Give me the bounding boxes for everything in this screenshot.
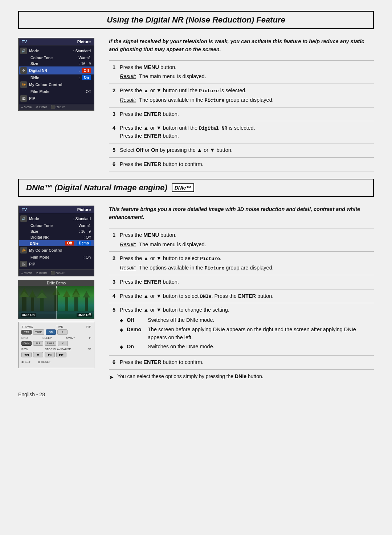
result-1-1: Result: The main menu is displayed. [120,73,372,81]
section1-steps: 1 Press the MENU button. Result: The mai… [109,60,374,172]
step-1-6: 6 Press the ENTER button to confirm. [109,157,374,171]
dnie-on-label: DNIe On [21,313,36,317]
tv-icon-digitalnr: ⊙ [20,67,27,74]
tv-menu-2-row-size: Size : 16 : 9 [19,228,94,234]
tv-menu-2-body: 🔊 Mode : Standard Colour Tone : Warm1 Si… [19,213,94,269]
result-1-2: Result: The options available in the Pic… [120,96,372,104]
tv-menu-row-filmmode: Film Mode : Off [19,89,94,94]
result-2-2: Result: The options available in the Pic… [120,264,372,272]
step-2-4: 4 Press the ▲ or ▼ button to select DNIe… [109,289,374,303]
remote-btn-rew: ◀◀ [21,352,32,357]
section2-steps: 1 Press the MENU button. Result: The mai… [109,228,374,370]
step-2-5: 5 Press the ▲ or ▼ button to change the … [109,303,374,356]
remote-btn-time: TIME [33,329,44,335]
tv-menu-row-mode: 🔊 Mode : Standard [19,47,94,55]
step-2-1: 1 Press the MENU button. Result: The mai… [109,228,374,252]
picture-label-2: Picture [77,207,91,212]
step-2-6: 6 Press the ENTER button to confirm. [109,356,374,370]
tv-menu-2-row-mycolour: 🔆 My Colour Control [19,246,94,254]
step-1-2: 2 Press the ▲ or ▼ button until the Pict… [109,84,374,108]
svg-marker-4 [29,291,36,298]
bullet-demo: ◆ Demo The screen before applying DNIe a… [120,326,372,342]
remote-btn-ff: ▶▶ [56,352,66,357]
page-footer: English - 28 [18,392,374,397]
tv-menu-2: TV Picture 🔊 Mode : Standard Colour Tone… [18,206,94,276]
dnie-demo-header: DNIe Demo [19,280,94,286]
tv-icon-mycolour: 🔆 [20,81,27,88]
page-number: English - 28 [18,392,45,397]
tv-menu-1: TV Picture 🔊 Mode : Standard Colour Tone… [18,38,94,111]
remote-btn-ch-down: ∨ [58,341,68,346]
section1-intro: If the signal received by your televisio… [109,38,374,54]
step-1-3: 3 Press the ENTER button. [109,107,374,121]
step-2-2: 2 Press the ▲ or ▼ button to select Pict… [109,252,374,275]
remote-dnie-labels: DNIe SLEEP SWAP P [21,336,91,340]
section2-content: TV Picture 🔊 Mode : Standard Colour Tone… [18,206,374,381]
dnie-demo-box: DNIe Demo [18,280,94,319]
svg-marker-16 [83,291,90,298]
remote-btn-stop: ■ [33,352,43,357]
tv-menu-2-row-dnie: DNIe Off Demo [19,240,94,246]
remote-btn-sleep: SLP [33,341,43,346]
tv-menu-1-body: 🔊 Mode : Standard Colour Tone : Warm1 Si… [19,45,94,104]
section2-header: DNIe™ (Digital Natural Image engine) DNI… [18,179,374,197]
tv-menu-row-colourtone: Colour Tone : Warm1 [19,55,94,61]
tv-menu-2-footer: ⬥ Move ↵ Enter ⬛ Return [19,269,94,276]
remote-btn-play: ▶|| [45,352,55,357]
step-1-4: 4 Press the ▲ or ▼ button until the Digi… [109,121,374,143]
remote-row-2: DNIe SLP SWAP ∨ [21,341,91,346]
tv-menu-row-dnie: DNIe : On [19,74,94,81]
tv-menu-2-row-filmmode: Film Mode : On [19,254,94,260]
tv-label-1: TV [22,40,27,44]
remote-transport-labels: REW STOP PLAY/PAUSE FF [21,348,91,351]
remote-btn-swap: SWAP [45,341,56,346]
tv-menu-2-row-colourtone: Colour Tone : Warm1 [19,223,94,228]
tv-icon-2-mycolour: 🔆 [20,247,27,254]
section1-right: If the signal received by your televisio… [109,38,374,171]
remote-control: TTX/MIX TIME PIP TTX TIME ON ∧ DNIe SLEE… [18,322,94,368]
remote-indicators: ◉ SET ◉ RESET [21,359,91,365]
tv-icon-2-pip: 🖼 [20,261,27,267]
section1-left: TV Picture 🔊 Mode : Standard Colour Tone… [18,38,98,171]
tv-menu-row-pip: 🖼 PIP [19,94,94,102]
svg-rect-10 [65,296,68,311]
section1-header: Using the Digital NR (Noise Reduction) F… [18,11,374,29]
tv-menu-1-header: TV Picture [19,38,94,45]
tv-icon-pip: 🖼 [20,95,27,102]
remote-row-3: ◀◀ ■ ▶|| ▶▶ [21,352,91,357]
remote-btn-ttx: TTX [21,330,32,335]
step-1-5: 5 Select Off or On by pressing the ▲ or … [109,143,374,157]
tv-menu-1-footer: ⬥ Move ↵ Enter ⬛ Return [19,104,94,110]
digitalnr-value: Off [82,68,91,73]
section2-note: ➤ You can select these options simply by… [109,373,374,381]
bullet-on: ◆ On Switches on the DNIe mode. [120,343,372,351]
dnie-badge: DNIe™ [172,183,194,192]
section2-title: DNIe™ (Digital Natural Image engine) [26,183,167,192]
tv-menu-2-row-pip: 🖼 PIP [19,260,94,268]
step-1-1: 1 Press the MENU button. Result: The mai… [109,60,374,84]
section1-title: Using the Digital NR (Noise Reduction) F… [26,15,366,25]
remote-row-1: TTX TIME ON ∧ [21,329,91,335]
svg-rect-8 [54,293,58,311]
svg-marker-9 [52,288,60,295]
step-2-3: 3 Press the ENTER button. [109,275,374,289]
svg-marker-11 [63,291,70,297]
dnie-value: On [82,75,91,80]
remote-btn-ch-up: ∧ [57,329,68,335]
remote-btn-on: ON [46,329,56,335]
section2-left: TV Picture 🔊 Mode : Standard Colour Tone… [18,206,98,381]
tv-label-2: TV [22,207,27,212]
tv-menu-2-header: TV Picture [19,206,94,213]
tv-icon-2-sound: 🔊 [20,215,27,222]
tv-icon-sound: 🔊 [20,48,27,54]
tv-menu-2-row-digitalnr: Digital NR : Off [19,234,94,240]
section1-content: TV Picture 🔊 Mode : Standard Colour Tone… [18,38,374,171]
svg-rect-15 [85,297,88,311]
tv-menu-row-digitalnr: ⊙ Digital NR : Off [19,66,94,74]
svg-rect-3 [31,297,34,311]
result-2-1: Result: The main menu is displayed. [120,241,372,249]
bullet-off: ◆ Off Switches off the DNIe mode. [120,316,372,324]
dnie-off-label: DNIe Off [77,313,92,317]
remote-btn-dnie: DNIe [21,341,32,346]
section2-intro: This feature brings you a more detailed … [109,206,374,222]
